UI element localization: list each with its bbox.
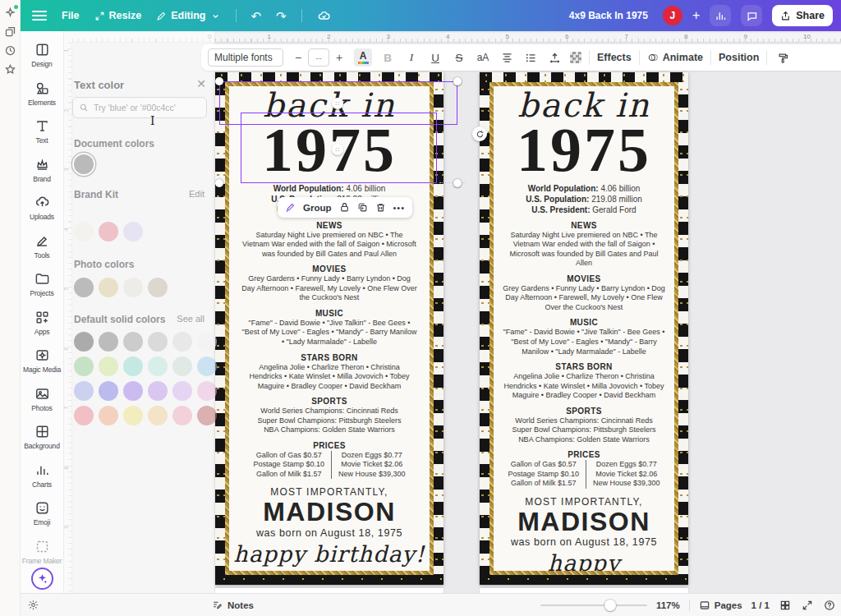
- selection-handle-top-right[interactable]: [453, 77, 462, 85]
- selection-handle-bottom-left[interactable]: [215, 179, 223, 187]
- sidebar-item-emoji[interactable]: Emoji: [21, 494, 64, 533]
- cloud-save-icon[interactable]: [317, 9, 331, 23]
- poster-section-stars-born[interactable]: STARS BORN Angelina Jolie • Charlize The…: [241, 353, 417, 392]
- poster-section-news[interactable]: NEWS Saturday Night Live premiered on NB…: [503, 221, 665, 269]
- add-member-button[interactable]: +: [692, 8, 700, 23]
- transparency-button[interactable]: [570, 52, 581, 63]
- animate-button[interactable]: Animate: [647, 52, 703, 63]
- sparkle-extension-icon[interactable]: [4, 7, 16, 19]
- magic-edit-icon[interactable]: [285, 202, 296, 213]
- selection-handle-top-left[interactable]: [215, 77, 223, 85]
- group-button[interactable]: Group: [303, 203, 332, 213]
- alignment-button[interactable]: [499, 48, 515, 67]
- resize-button[interactable]: Resize: [94, 10, 142, 21]
- font-size-increase-button[interactable]: +: [332, 48, 347, 67]
- copy-window-icon[interactable]: [4, 25, 16, 38]
- sidebar-item-apps[interactable]: Apps: [21, 304, 64, 342]
- insights-chart-icon[interactable]: [710, 5, 731, 26]
- lock-icon[interactable]: [339, 202, 350, 213]
- settings-gear-icon[interactable]: [27, 599, 39, 611]
- sidebar-item-magic-media[interactable]: Magic Media: [21, 342, 64, 380]
- poster-most-importantly[interactable]: MOST IMPORTANTLY,: [270, 486, 388, 498]
- color-search-box[interactable]: [72, 97, 207, 118]
- color-swatch[interactable]: [148, 332, 168, 352]
- poster-section-prices[interactable]: PRICES Gallon of Gas $0.57 Postage Stamp…: [246, 441, 411, 480]
- poster-page-2[interactable]: back in 1975 World Population: 4.06 bill…: [480, 72, 688, 585]
- color-swatch[interactable]: [99, 356, 118, 376]
- sidebar-item-tools[interactable]: Tools: [21, 228, 64, 266]
- color-swatch[interactable]: [123, 222, 143, 241]
- sidebar-item-charts[interactable]: Charts: [21, 457, 64, 495]
- color-swatch[interactable]: [197, 406, 217, 425]
- zoom-level[interactable]: 117%: [656, 600, 680, 610]
- text-case-button[interactable]: aA: [475, 48, 491, 67]
- color-swatch[interactable]: [148, 278, 168, 297]
- color-swatch[interactable]: [99, 278, 118, 297]
- zoom-slider-thumb[interactable]: [604, 600, 616, 611]
- poster-name[interactable]: MADISON: [517, 508, 650, 536]
- bold-button[interactable]: B: [379, 48, 396, 67]
- color-swatch[interactable]: [74, 406, 94, 425]
- avatar[interactable]: J: [663, 6, 682, 25]
- color-swatch[interactable]: [74, 278, 94, 297]
- color-swatch[interactable]: [74, 332, 94, 352]
- copy-style-button[interactable]: [774, 48, 791, 67]
- poster-section-music[interactable]: MUSIC "Fame" - David Bowie • "Jive Talki…: [503, 318, 665, 356]
- poster-section-news[interactable]: NEWS Saturday Night Live premiered on NB…: [241, 221, 417, 260]
- color-swatch[interactable]: [123, 406, 143, 425]
- color-swatch[interactable]: [123, 356, 143, 376]
- share-button[interactable]: Share: [772, 5, 833, 26]
- sidebar-item-projects[interactable]: Projects: [21, 265, 64, 304]
- selection-handle-bottom-right[interactable]: [453, 179, 462, 187]
- sidebar-item-elements[interactable]: Elements: [21, 75, 64, 113]
- list-button[interactable]: [522, 48, 539, 67]
- poster-section-movies[interactable]: MOVIES Grey Gardens • Funny Lady • Barry…: [241, 264, 417, 303]
- close-icon[interactable]: ✕: [196, 77, 206, 90]
- italic-button[interactable]: I: [403, 48, 420, 67]
- sidebar-item-photos[interactable]: Photos: [21, 380, 64, 419]
- color-swatch[interactable]: [148, 356, 168, 376]
- poster-born-line[interactable]: was born on August 18, 1975: [511, 536, 657, 548]
- pages-button[interactable]: Pages: [699, 600, 742, 611]
- grid-view-icon[interactable]: [779, 599, 792, 612]
- comments-icon[interactable]: [741, 5, 762, 26]
- font-size-input[interactable]: --: [308, 48, 329, 67]
- color-swatch[interactable]: [172, 356, 192, 376]
- fullscreen-icon[interactable]: [801, 599, 814, 612]
- poster-section-prices[interactable]: PRICES Gallon of Gas $0.57 Postage Stamp…: [501, 450, 666, 489]
- color-swatch[interactable]: [197, 332, 217, 352]
- sidebar-item-text[interactable]: Text: [21, 113, 64, 151]
- help-icon[interactable]: [823, 599, 836, 612]
- poster-section-stars-born[interactable]: STARS BORN Angelina Jolie • Charlize The…: [503, 362, 665, 401]
- color-swatch[interactable]: [148, 406, 168, 425]
- color-swatch[interactable]: [172, 406, 192, 425]
- text-color-button[interactable]: A: [354, 48, 372, 67]
- document-title[interactable]: 4x9 Back In 1975: [569, 10, 648, 21]
- sidebar-item-background[interactable]: Background: [21, 418, 64, 457]
- color-swatch[interactable]: [123, 332, 143, 352]
- sidebar-item-frame-maker[interactable]: Frame Maker: [21, 533, 64, 572]
- rotate-handle[interactable]: [472, 126, 487, 141]
- poster-section-music[interactable]: MUSIC "Fame" - David Bowie • "Jive Talki…: [241, 309, 417, 347]
- color-search-input[interactable]: [94, 103, 200, 113]
- delete-icon[interactable]: [375, 202, 386, 213]
- color-swatch[interactable]: [123, 278, 143, 297]
- font-size-decrease-button[interactable]: −: [291, 48, 306, 67]
- duplicate-icon[interactable]: [357, 202, 368, 213]
- position-button[interactable]: Position: [719, 52, 759, 63]
- color-swatch[interactable]: [148, 381, 168, 401]
- zoom-slider[interactable]: [540, 605, 647, 606]
- poster-happy-birthday[interactable]: happy birthday!: [233, 541, 425, 567]
- color-swatch[interactable]: [74, 222, 94, 241]
- poster-happy-birthday[interactable]: happy birthday!: [494, 550, 674, 575]
- strikethrough-button[interactable]: S: [451, 48, 467, 67]
- color-swatch[interactable]: [99, 406, 118, 425]
- color-swatch[interactable]: [99, 222, 118, 241]
- underline-button[interactable]: U: [427, 48, 443, 67]
- effects-button[interactable]: Effects: [597, 52, 632, 63]
- color-swatch[interactable]: [197, 381, 217, 401]
- sidebar-item-uploads[interactable]: Uploads: [21, 189, 64, 228]
- letter-spacing-button[interactable]: [546, 48, 563, 67]
- color-swatch[interactable]: [99, 381, 118, 401]
- poster-section-sports[interactable]: SPORTS World Series Champions: Cincinnat…: [241, 397, 417, 435]
